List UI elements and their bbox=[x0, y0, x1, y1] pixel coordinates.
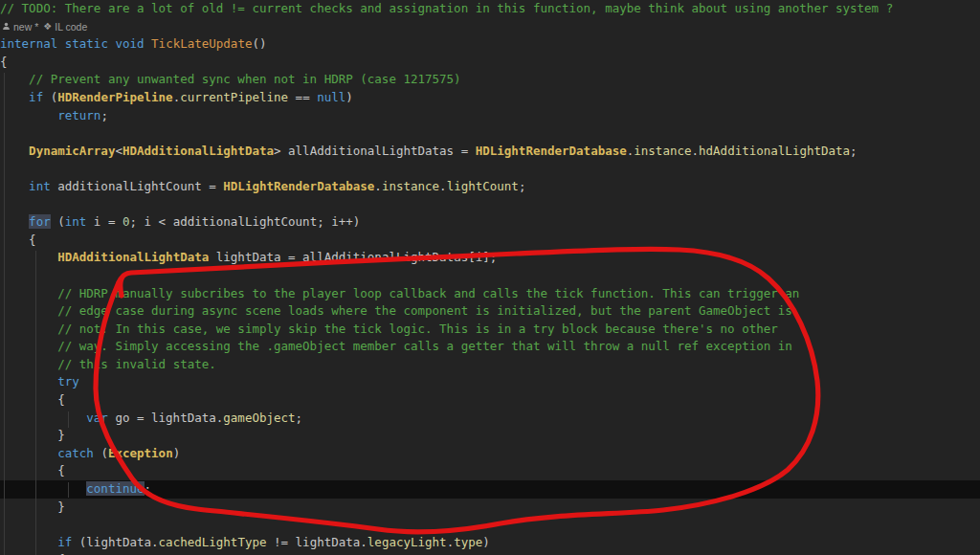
token-kw: null bbox=[317, 90, 345, 104]
token-typ: HDLightRenderDatabase bbox=[223, 179, 374, 193]
token-id bbox=[0, 108, 57, 122]
token-com: // not. In this case, we simply skip the… bbox=[57, 322, 778, 336]
token-com: // Prevent any unwanted sync when not in… bbox=[29, 72, 461, 86]
token-id: { bbox=[0, 463, 65, 477]
token-id bbox=[57, 36, 65, 51]
token-id: () bbox=[252, 36, 266, 51]
token-id: lightData = allAdditionalLightDatas[i]; bbox=[209, 250, 497, 264]
code-line-5: // Prevent any unwanted sync when not in… bbox=[0, 71, 980, 89]
token-id bbox=[0, 339, 57, 353]
token-id: ) bbox=[173, 446, 181, 460]
token-id: ; bbox=[850, 144, 858, 158]
code-line-6: if (HDRenderPipeline.currentPipeline == … bbox=[0, 89, 980, 107]
code-line-32: { bbox=[0, 551, 980, 555]
token-kw: internal bbox=[0, 36, 57, 51]
code-line-17: // HDRP manually subcribes to the player… bbox=[0, 285, 980, 303]
token-kw: if bbox=[29, 90, 43, 104]
token-typ: Exception bbox=[108, 446, 173, 460]
token-mem: gameObject bbox=[223, 411, 295, 425]
code-line-8 bbox=[0, 124, 980, 143]
person-icon bbox=[2, 22, 11, 31]
token-id: } bbox=[0, 428, 65, 442]
indent-guide bbox=[4, 73, 5, 555]
code-line-15: HDAdditionalLightData lightData = allAdd… bbox=[0, 249, 980, 267]
token-id bbox=[0, 411, 86, 425]
token-id: != lightData. bbox=[266, 535, 367, 549]
token-mem: lightCount bbox=[447, 179, 519, 193]
token-id: ; bbox=[519, 179, 526, 193]
token-kw: return bbox=[57, 108, 100, 122]
codelens-il-code-label: IL code bbox=[55, 18, 87, 36]
token-kw: catch bbox=[57, 446, 94, 460]
token-id: } bbox=[0, 500, 65, 514]
codelens-author-link[interactable]: new * bbox=[2, 18, 38, 36]
token-kw: void bbox=[115, 36, 144, 51]
token-com: // way. Simply accessing the .gameObject… bbox=[57, 339, 792, 353]
code-line-11: int additionalLightCount = HDLightRender… bbox=[0, 178, 980, 196]
code-line-31: if (lightData.cachedLightType != lightDa… bbox=[0, 534, 980, 552]
token-id: < bbox=[115, 144, 122, 158]
code-line-26: catch (Exception) bbox=[0, 445, 980, 463]
token-com: // this invalid state. bbox=[57, 357, 216, 371]
token-id: ; bbox=[296, 411, 303, 425]
code-line-23: { bbox=[0, 391, 980, 410]
token-typ: HDLightRenderDatabase bbox=[476, 144, 627, 158]
code-editor[interactable]: // TODO: There are a lot of old != curre… bbox=[0, 0, 980, 555]
token-id: ) bbox=[482, 535, 490, 549]
codelens-il-code-link[interactable]: ❖IL code bbox=[43, 18, 87, 36]
code-line-18: // edge case during async scene loads wh… bbox=[0, 302, 980, 321]
diamond-icon: ❖ bbox=[43, 22, 52, 32]
code-line-21: // this invalid state. bbox=[0, 356, 980, 374]
indent-guide bbox=[68, 411, 69, 428]
token-id bbox=[0, 250, 57, 264]
token-kw: try bbox=[57, 374, 79, 388]
token-kw: var bbox=[86, 411, 108, 425]
token-mth: TickLateUpdate bbox=[151, 36, 252, 51]
code-line-16 bbox=[0, 267, 980, 285]
code-line-1: // TODO: There are a lot of old != curre… bbox=[0, 0, 980, 18]
token-num: 0 bbox=[122, 214, 130, 229]
code-lines: // TODO: There are a lot of old != curre… bbox=[0, 0, 980, 555]
token-id: additionalLightCount = bbox=[51, 179, 224, 193]
code-line-20: // way. Simply accessing the .gameObject… bbox=[0, 338, 980, 356]
token-id: . bbox=[439, 179, 447, 193]
code-line-12 bbox=[0, 196, 980, 214]
codelens-author-label: new * bbox=[13, 18, 38, 36]
code-line-13: for (int i = 0; i < additionalLightCount… bbox=[0, 213, 980, 232]
token-id: { bbox=[0, 55, 8, 69]
token-id bbox=[0, 322, 57, 336]
code-line-2: new *❖IL code bbox=[0, 18, 980, 36]
code-line-29: } bbox=[0, 499, 980, 517]
code-line-27: { bbox=[0, 462, 980, 480]
code-line-25: } bbox=[0, 427, 980, 445]
token-id bbox=[0, 286, 57, 300]
token-mem: instance bbox=[634, 144, 691, 158]
code-line-24: var go = lightData.gameObject; bbox=[0, 410, 980, 428]
token-mem: hdAdditionalLightData bbox=[699, 144, 850, 158]
token-id bbox=[0, 374, 57, 388]
token-id: ( bbox=[43, 90, 57, 104]
token-id: ; bbox=[145, 481, 152, 496]
token-kw: int bbox=[65, 214, 87, 229]
token-mem: cachedLightType bbox=[159, 535, 267, 549]
token-mem: type bbox=[454, 535, 482, 549]
token-kw: int bbox=[29, 179, 51, 193]
token-id bbox=[0, 303, 57, 318]
token-kwbox: for bbox=[29, 214, 51, 229]
token-id bbox=[0, 481, 86, 496]
code-line-30 bbox=[0, 516, 980, 534]
token-id: ; i < additionalLightCount; i++) bbox=[130, 214, 361, 229]
token-com: // HDRP manually subcribes to the player… bbox=[57, 286, 799, 300]
token-id: ( bbox=[51, 214, 65, 229]
token-id bbox=[0, 446, 57, 460]
token-id: i = bbox=[86, 214, 122, 229]
token-mem: currentPipeline bbox=[180, 90, 288, 104]
token-typ: DynamicArray bbox=[29, 144, 115, 158]
indent-guide bbox=[68, 482, 69, 498]
token-id: { bbox=[0, 233, 36, 247]
token-kw: if bbox=[57, 535, 72, 549]
token-typ: HDRenderPipeline bbox=[57, 90, 172, 104]
code-line-14: { bbox=[0, 232, 980, 250]
token-id bbox=[0, 357, 57, 371]
token-com: // edge case during async scene loads wh… bbox=[57, 303, 792, 318]
